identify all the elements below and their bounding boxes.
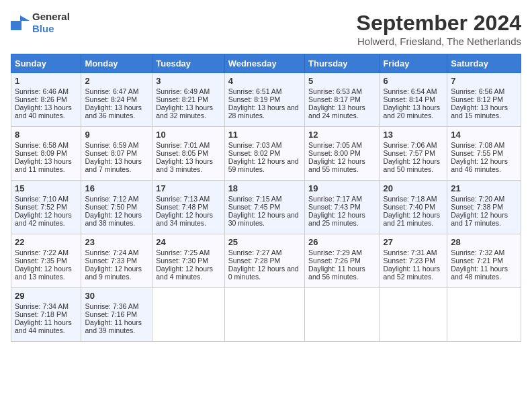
day-number: 26 xyxy=(308,237,375,247)
table-row: 22 Sunrise: 7:22 AM Sunset: 7:35 PM Dayl… xyxy=(11,234,81,288)
sunset-text: Sunset: 7:52 PM xyxy=(15,203,67,211)
daylight-label: Daylight: 12 hours and 55 minutes. xyxy=(308,157,365,173)
page-container: General Blue September 2024 Holwerd, Fri… xyxy=(11,11,521,342)
day-number: 27 xyxy=(383,237,443,247)
day-number: 8 xyxy=(15,130,77,140)
day-number: 21 xyxy=(451,183,517,193)
sunset-text: Sunset: 7:38 PM xyxy=(451,203,503,211)
daylight-label: Daylight: 12 hours and 34 minutes. xyxy=(156,211,213,227)
sunset-text: Sunset: 7:21 PM xyxy=(451,257,503,265)
sunrise-text: Sunrise: 7:12 AM xyxy=(85,195,138,203)
daylight-label: Daylight: 12 hours and 59 minutes. xyxy=(228,157,299,173)
day-number: 9 xyxy=(85,130,148,140)
table-row: 8 Sunrise: 6:58 AM Sunset: 8:09 PM Dayli… xyxy=(11,127,81,181)
sunrise-text: Sunrise: 6:54 AM xyxy=(383,87,437,95)
weekday-header-row: Sunday Monday Tuesday Wednesday Thursday… xyxy=(11,54,521,73)
sunrise-text: Sunrise: 7:31 AM xyxy=(383,248,437,257)
day-number: 5 xyxy=(308,76,375,86)
table-row xyxy=(152,288,224,342)
sunrise-text: Sunrise: 7:17 AM xyxy=(308,195,362,203)
day-number: 20 xyxy=(383,183,443,193)
sunset-text: Sunset: 7:57 PM xyxy=(383,149,435,157)
day-number: 6 xyxy=(383,76,443,86)
sunset-text: Sunset: 7:45 PM xyxy=(228,203,281,211)
daylight-label: Daylight: 12 hours and 50 minutes. xyxy=(383,157,440,173)
calendar-week-row: 8 Sunrise: 6:58 AM Sunset: 8:09 PM Dayli… xyxy=(11,127,521,181)
table-row: 14 Sunrise: 7:08 AM Sunset: 7:55 PM Dayl… xyxy=(447,127,521,181)
sunrise-text: Sunrise: 7:27 AM xyxy=(228,248,282,257)
daylight-label: Daylight: 11 hours and 56 minutes. xyxy=(308,265,365,281)
sunrise-text: Sunrise: 6:53 AM xyxy=(308,87,362,95)
logo-blue: Blue xyxy=(32,23,54,34)
sunset-text: Sunset: 7:33 PM xyxy=(85,257,137,265)
daylight-label: Daylight: 12 hours and 46 minutes. xyxy=(451,157,508,173)
sunset-text: Sunset: 7:48 PM xyxy=(156,203,208,211)
day-number: 24 xyxy=(156,237,220,247)
table-row: 21 Sunrise: 7:20 AM Sunset: 7:38 PM Dayl… xyxy=(447,181,521,234)
day-number: 25 xyxy=(228,237,301,247)
table-row: 2 Sunrise: 6:47 AM Sunset: 8:24 PM Dayli… xyxy=(81,73,152,127)
sunrise-text: Sunrise: 6:46 AM xyxy=(15,87,69,95)
header-sunday: Sunday xyxy=(11,54,81,73)
table-row xyxy=(447,288,521,342)
day-number: 3 xyxy=(156,76,220,86)
header-friday: Friday xyxy=(380,54,447,73)
table-row: 20 Sunrise: 7:18 AM Sunset: 7:40 PM Dayl… xyxy=(380,181,447,234)
day-number: 12 xyxy=(308,130,375,140)
sunset-text: Sunset: 8:17 PM xyxy=(308,95,361,103)
logo: General Blue xyxy=(11,11,70,35)
sunset-text: Sunset: 8:26 PM xyxy=(15,95,67,103)
table-row: 30 Sunrise: 7:36 AM Sunset: 7:16 PM Dayl… xyxy=(81,288,152,342)
sunset-text: Sunset: 8:07 PM xyxy=(85,149,137,157)
sunrise-text: Sunrise: 7:20 AM xyxy=(451,195,504,203)
daylight-label: Daylight: 12 hours and 17 minutes. xyxy=(451,211,508,227)
sunrise-text: Sunrise: 7:08 AM xyxy=(451,141,504,149)
header-monday: Monday xyxy=(81,54,152,73)
daylight-label: Daylight: 11 hours and 44 minutes. xyxy=(15,318,72,334)
sunset-text: Sunset: 8:14 PM xyxy=(383,95,435,103)
day-number: 28 xyxy=(451,237,517,247)
table-row: 11 Sunrise: 7:03 AM Sunset: 8:02 PM Dayl… xyxy=(224,127,304,181)
header-wednesday: Wednesday xyxy=(224,54,304,73)
table-row: 4 Sunrise: 6:51 AM Sunset: 8:19 PM Dayli… xyxy=(224,73,304,127)
sunrise-text: Sunrise: 7:13 AM xyxy=(156,195,210,203)
table-row: 6 Sunrise: 6:54 AM Sunset: 8:14 PM Dayli… xyxy=(380,73,447,127)
svg-rect-0 xyxy=(11,21,21,30)
table-row: 3 Sunrise: 6:49 AM Sunset: 8:21 PM Dayli… xyxy=(152,73,224,127)
header-tuesday: Tuesday xyxy=(152,54,224,73)
table-row xyxy=(305,288,380,342)
table-row: 26 Sunrise: 7:29 AM Sunset: 7:26 PM Dayl… xyxy=(305,234,380,288)
sunset-text: Sunset: 7:43 PM xyxy=(308,203,361,211)
daylight-label: Daylight: 12 hours and 38 minutes. xyxy=(85,211,142,227)
sunrise-text: Sunrise: 7:01 AM xyxy=(156,141,210,149)
table-row: 16 Sunrise: 7:12 AM Sunset: 7:50 PM Dayl… xyxy=(81,181,152,234)
day-number: 22 xyxy=(15,237,77,247)
sunrise-text: Sunrise: 7:29 AM xyxy=(308,248,362,257)
sunset-text: Sunset: 7:30 PM xyxy=(156,257,208,265)
daylight-label: Daylight: 13 hours and 36 minutes. xyxy=(85,103,142,120)
location-subtitle: Holwerd, Friesland, The Netherlands xyxy=(357,36,521,47)
day-number: 2 xyxy=(85,76,148,86)
sunset-text: Sunset: 8:09 PM xyxy=(15,149,67,157)
calendar-table: Sunday Monday Tuesday Wednesday Thursday… xyxy=(11,54,521,342)
sunrise-text: Sunrise: 7:10 AM xyxy=(15,195,69,203)
daylight-label: Daylight: 11 hours and 48 minutes. xyxy=(451,265,508,281)
table-row: 7 Sunrise: 6:56 AM Sunset: 8:12 PM Dayli… xyxy=(447,73,521,127)
day-number: 30 xyxy=(85,291,148,301)
sunrise-text: Sunrise: 6:51 AM xyxy=(228,87,282,95)
day-number: 1 xyxy=(15,76,77,86)
sunset-text: Sunset: 7:40 PM xyxy=(383,203,435,211)
sunrise-text: Sunrise: 7:15 AM xyxy=(228,195,282,203)
daylight-label: Daylight: 13 hours and 24 minutes. xyxy=(308,103,365,120)
table-row: 28 Sunrise: 7:32 AM Sunset: 7:21 PM Dayl… xyxy=(447,234,521,288)
day-number: 10 xyxy=(156,130,220,140)
table-row: 1 Sunrise: 6:46 AM Sunset: 8:26 PM Dayli… xyxy=(11,73,81,127)
sunrise-text: Sunrise: 6:56 AM xyxy=(451,87,504,95)
sunrise-text: Sunrise: 7:25 AM xyxy=(156,248,210,257)
logo-general: General xyxy=(32,11,70,22)
table-row: 17 Sunrise: 7:13 AM Sunset: 7:48 PM Dayl… xyxy=(152,181,224,234)
sunrise-text: Sunrise: 7:03 AM xyxy=(228,141,282,149)
logo-icon xyxy=(11,15,30,30)
daylight-label: Daylight: 13 hours and 3 minutes. xyxy=(156,157,213,173)
daylight-label: Daylight: 11 hours and 39 minutes. xyxy=(85,318,142,334)
